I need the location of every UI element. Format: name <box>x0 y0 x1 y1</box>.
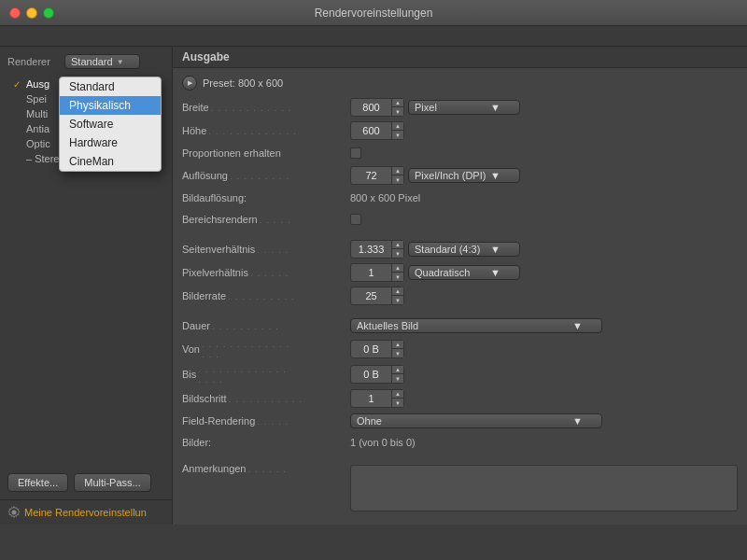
bis-input[interactable]: 0 B ▲ ▼ <box>350 365 404 384</box>
seitenverhaeltnis-input[interactable]: 1.333 ▲ ▼ <box>350 240 404 259</box>
bilderrate-spin-up[interactable]: ▲ <box>392 287 403 296</box>
section-header-ausgabe: Ausgabe <box>173 47 747 68</box>
hoehe-label: Höhe . . . . . . . . . . . . . <box>182 125 350 136</box>
field-rendering-label-text: Field-Rendering <box>182 415 255 427</box>
bilder-value: 1 (von 0 bis 0) <box>350 437 416 448</box>
pixelverhaeltnis-preset-arrow: ▼ <box>490 267 500 278</box>
von-spinner[interactable]: ▲ ▼ <box>391 341 403 357</box>
pixelverhaeltnis-spinner[interactable]: ▲ ▼ <box>391 264 403 281</box>
dauer-value: Aktuelles Bild <box>357 320 418 331</box>
bildaufloesung-label: Bildauflösung: <box>182 192 350 203</box>
dauer-label-text: Dauer <box>182 320 210 331</box>
von-dots: . . . . . . . . . . . . . . . . <box>202 339 295 359</box>
sidebar-label-ausgabe: Ausg <box>26 78 49 90</box>
dauer-label: Dauer . . . . . . . . . . <box>182 320 350 331</box>
breite-spin-down[interactable]: ▼ <box>392 107 403 116</box>
bis-dots: . . . . . . . . . . . . . . . . . <box>198 364 291 385</box>
bilderrate-control: 25 ▲ ▼ <box>350 287 738 305</box>
seitenverhaeltnis-label-text: Seitenverhältnis <box>182 244 255 255</box>
dropdown-item-cineman[interactable]: CineMan <box>60 152 161 171</box>
bildschritt-spinner[interactable]: ▲ ▼ <box>391 390 403 407</box>
bilderrate-spin-down[interactable]: ▼ <box>392 296 403 304</box>
field-rendering-select[interactable]: Ohne ▼ <box>350 413 602 428</box>
dropdown-item-hardware[interactable]: Hardware <box>60 133 161 152</box>
divider-3 <box>182 455 738 463</box>
divider-2 <box>182 310 738 317</box>
sidebar-label-antialiasing: Antia <box>26 123 49 134</box>
hoehe-value: 600 <box>351 124 391 137</box>
bereichsrendern-dots: . . . . . <box>260 215 350 225</box>
bis-spin-up[interactable]: ▲ <box>392 366 403 374</box>
bis-label-text: Bis <box>182 369 196 380</box>
seitenverhaeltnis-preset-arrow: ▼ <box>490 244 500 255</box>
maximize-button[interactable] <box>43 7 54 19</box>
seitenverhaeltnis-spin-up[interactable]: ▲ <box>392 241 403 249</box>
minimize-button[interactable] <box>26 7 37 19</box>
aufloesung-spin-up[interactable]: ▲ <box>392 167 403 175</box>
effekte-button[interactable]: Effekte... <box>7 473 68 492</box>
bildschritt-input[interactable]: 1 ▲ ▼ <box>350 389 404 408</box>
bilderrate-spinner[interactable]: ▲ ▼ <box>391 287 403 304</box>
window-controls <box>9 7 54 19</box>
field-rendering-dots: . . . . . <box>257 416 350 427</box>
bis-spinner[interactable]: ▲ ▼ <box>391 366 403 383</box>
multipass-button[interactable]: Multi-Pass... <box>74 473 151 492</box>
pixelverhaeltnis-input[interactable]: 1 ▲ ▼ <box>350 263 404 282</box>
von-value: 0 B <box>351 343 391 356</box>
hoehe-control: 600 ▲ ▼ <box>350 121 738 140</box>
field-rendering-control: Ohne ▼ <box>350 413 738 428</box>
von-label: Von . . . . . . . . . . . . . . . . <box>182 339 350 359</box>
seitenverhaeltnis-spin-down[interactable]: ▼ <box>392 249 403 258</box>
dropdown-item-standard[interactable]: Standard <box>60 77 161 96</box>
bereichsrendern-checkbox[interactable] <box>350 214 361 225</box>
seitenverhaeltnis-preset-select[interactable]: Standard (4:3) ▼ <box>408 242 520 257</box>
bildschritt-spin-down[interactable]: ▼ <box>392 399 403 407</box>
anmerkungen-dots: . . . . . . <box>248 464 342 474</box>
aufloesung-spin-down[interactable]: ▼ <box>392 175 403 184</box>
anmerkungen-control <box>350 463 738 511</box>
breite-spin-up[interactable]: ▲ <box>392 99 403 107</box>
pixelverhaeltnis-spin-up[interactable]: ▲ <box>392 264 403 273</box>
renderer-dropdown[interactable]: Standard ▼ <box>64 54 140 69</box>
preset-selector-row: Preset: 747 x 560 <box>182 76 738 91</box>
anmerkungen-textarea[interactable] <box>350 465 738 511</box>
sidebar-label-optionen: Optic <box>26 138 50 149</box>
breite-input[interactable]: 800 ▲ ▼ <box>350 98 404 117</box>
breite-spinner[interactable]: ▲ ▼ <box>391 99 403 116</box>
breite-unit-select[interactable]: Pixel ▼ <box>408 100 520 115</box>
bilder-row: Bilder: 1 (von 0 bis 0) <box>182 434 738 451</box>
aufloesung-dots: . . . . . . . . . <box>230 171 323 181</box>
von-label-text: Von <box>182 343 200 355</box>
aufloesung-unit-select[interactable]: Pixel/Inch (DPI) ▼ <box>408 168 520 183</box>
seitenverhaeltnis-spinner[interactable]: ▲ ▼ <box>391 241 403 258</box>
dauer-arrow: ▼ <box>572 320 583 331</box>
hoehe-spin-down[interactable]: ▼ <box>392 131 403 139</box>
sidebar-label-multipass: Multi <box>26 108 48 119</box>
seitenverhaeltnis-control: 1.333 ▲ ▼ Standard (4:3) ▼ <box>350 240 738 259</box>
von-spin-down[interactable]: ▼ <box>392 349 403 357</box>
bilderrate-input[interactable]: 25 ▲ ▼ <box>350 287 404 305</box>
dropdown-item-software[interactable]: Software <box>60 115 161 133</box>
von-spin-up[interactable]: ▲ <box>392 341 403 349</box>
dauer-select[interactable]: Aktuelles Bild ▼ <box>350 318 602 333</box>
preset-play-button[interactable] <box>182 76 197 91</box>
pixelverhaeltnis-value: 1 <box>351 266 391 279</box>
bis-spin-down[interactable]: ▼ <box>392 374 403 383</box>
close-button[interactable] <box>9 7 21 19</box>
aufloesung-input[interactable]: 72 ▲ ▼ <box>350 166 404 185</box>
proportionen-checkbox[interactable] <box>350 147 361 159</box>
dauer-row: Dauer . . . . . . . . . . Aktuelles Bild… <box>182 317 738 334</box>
dropdown-arrow-icon: ▼ <box>117 58 124 66</box>
von-input[interactable]: 0 B ▲ ▼ <box>350 340 404 358</box>
bildschritt-spin-up[interactable]: ▲ <box>392 390 403 399</box>
hoehe-spin-up[interactable]: ▲ <box>392 122 403 131</box>
hoehe-row: Höhe . . . . . . . . . . . . . 600 ▲ ▼ <box>182 121 738 140</box>
aufloesung-spinner[interactable]: ▲ ▼ <box>391 167 403 184</box>
pixelverhaeltnis-preset-select[interactable]: Quadratisch ▼ <box>408 265 520 280</box>
pixelverhaeltnis-spin-down[interactable]: ▼ <box>392 273 403 281</box>
field-rendering-arrow: ▼ <box>572 415 583 427</box>
hoehe-input[interactable]: 600 ▲ ▼ <box>350 121 404 140</box>
pixelverhaeltnis-preset-value: Quadratisch <box>415 267 470 278</box>
hoehe-spinner[interactable]: ▲ ▼ <box>391 122 403 139</box>
dropdown-item-physikalisch[interactable]: Physikalisch <box>60 96 161 115</box>
